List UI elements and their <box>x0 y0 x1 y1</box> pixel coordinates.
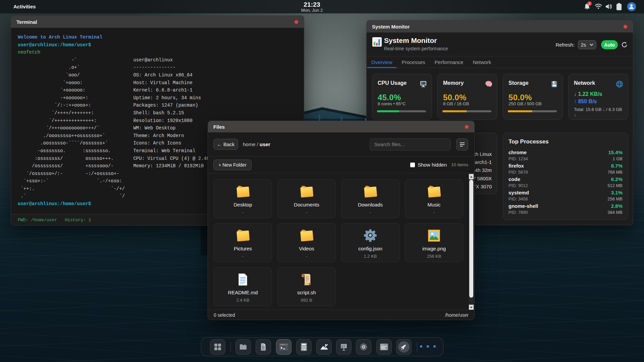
svg-text:2: 2 <box>589 2 590 5</box>
